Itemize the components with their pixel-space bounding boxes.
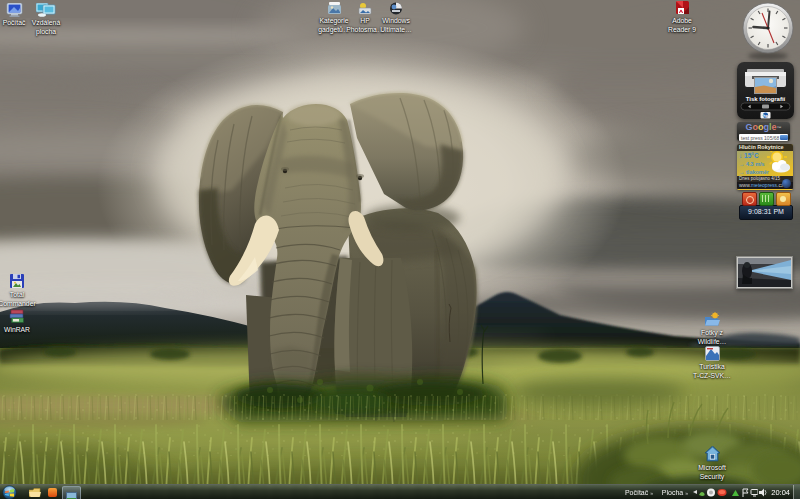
- svg-text:hp: hp: [763, 113, 768, 118]
- svg-text:→ 4.3 m/s: → 4.3 m/s: [739, 161, 765, 167]
- svg-text:→ tlakoměr: → tlakoměr: [739, 169, 770, 175]
- svg-text:Tisk fotografií: Tisk fotografií: [746, 96, 786, 102]
- svg-text:↓ 15°C: ↓ 15°C: [739, 152, 759, 159]
